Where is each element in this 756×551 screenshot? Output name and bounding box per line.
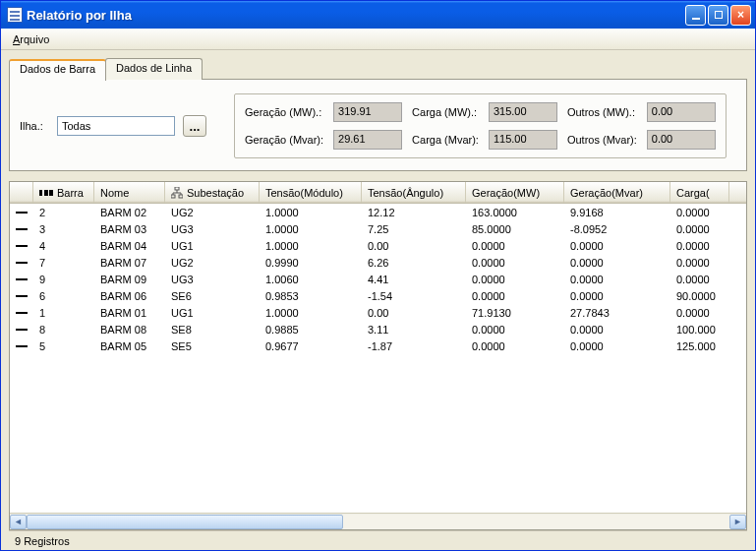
tabstrip: Dados de Barra Dados de Linha bbox=[9, 58, 747, 80]
menu-arquivo[interactable]: Arquivo bbox=[5, 31, 57, 47]
cell-barra: 3 bbox=[33, 222, 94, 236]
cell-nome: BARM 08 bbox=[94, 323, 165, 337]
geracao-mvar-value: 29.61 bbox=[333, 130, 402, 150]
cell-barra: 7 bbox=[33, 256, 94, 270]
cell-geracao-mvar: 0.0000 bbox=[564, 289, 670, 303]
cell-nome: BARM 05 bbox=[94, 339, 165, 353]
app-icon bbox=[7, 7, 23, 23]
cell-nome: BARM 02 bbox=[94, 206, 165, 219]
col-nome[interactable]: Nome bbox=[94, 182, 165, 203]
row-handle[interactable] bbox=[10, 277, 33, 281]
table-row[interactable]: 4BARM 04UG11.00000.000.00000.00000.0000 bbox=[10, 237, 746, 254]
row-handle[interactable] bbox=[10, 227, 33, 231]
cell-subestacao: SE6 bbox=[165, 289, 260, 303]
ilha-label: Ilha.: bbox=[20, 120, 49, 132]
row-handle[interactable] bbox=[10, 344, 33, 348]
minimize-button[interactable] bbox=[685, 5, 706, 26]
cell-tensao-modulo: 1.0000 bbox=[260, 306, 362, 320]
tab-dados-barra[interactable]: Dados de Barra bbox=[9, 59, 106, 81]
carga-mw-value: 315.00 bbox=[489, 102, 557, 122]
col-geracao-mvar[interactable]: Geração(Mvar) bbox=[564, 182, 670, 203]
sort-icon bbox=[39, 190, 53, 196]
row-handle[interactable] bbox=[10, 311, 33, 315]
horizontal-scrollbar[interactable]: ◄ ► bbox=[10, 513, 746, 529]
col-handle[interactable] bbox=[10, 182, 33, 203]
table-row[interactable]: 7BARM 07UG20.99906.260.00000.00000.0000 bbox=[10, 254, 746, 271]
cell-subestacao: SE5 bbox=[165, 339, 260, 353]
col-carga[interactable]: Carga( bbox=[670, 182, 729, 203]
cell-subestacao: SE8 bbox=[165, 323, 260, 337]
cell-geracao-mw: 0.0000 bbox=[466, 323, 564, 337]
table-row[interactable]: 5BARM 05SE50.9677-1.870.00000.0000125.00… bbox=[10, 337, 746, 354]
cell-geracao-mvar: 9.9168 bbox=[564, 206, 670, 219]
table-row[interactable]: 1BARM 01UG11.00000.0071.913027.78430.000… bbox=[10, 304, 746, 321]
cell-tensao-modulo: 0.9990 bbox=[260, 256, 362, 270]
cell-geracao-mvar: 0.0000 bbox=[564, 239, 670, 253]
titlebar: Relatório por Ilha × bbox=[1, 1, 755, 29]
scroll-track[interactable] bbox=[27, 515, 729, 529]
col-barra[interactable]: Barra bbox=[33, 182, 94, 203]
cell-tensao-angulo: 4.41 bbox=[362, 273, 466, 286]
app-window: Relatório por Ilha × Arquivo Dados de Ba… bbox=[0, 0, 756, 551]
cell-tensao-modulo: 0.9677 bbox=[260, 339, 362, 353]
cell-nome: BARM 09 bbox=[94, 273, 165, 286]
row-handle[interactable] bbox=[10, 244, 33, 248]
row-handle[interactable] bbox=[10, 328, 33, 332]
outros-mvar-label: Outros (Mvar): bbox=[567, 134, 637, 146]
cell-tensao-angulo: 7.25 bbox=[362, 222, 466, 236]
cell-tensao-modulo: 1.0060 bbox=[260, 273, 362, 286]
scroll-left-arrow[interactable]: ◄ bbox=[10, 515, 27, 529]
cell-barra: 4 bbox=[33, 239, 94, 253]
cell-geracao-mw: 163.0000 bbox=[466, 206, 564, 219]
table-row[interactable]: 3BARM 03UG31.00007.2585.0000-8.09520.000… bbox=[10, 220, 746, 237]
cell-geracao-mvar: 0.0000 bbox=[564, 256, 670, 270]
cell-nome: BARM 07 bbox=[94, 256, 165, 270]
carga-mw-label: Carga (MW).: bbox=[412, 106, 479, 118]
cell-geracao-mw: 71.9130 bbox=[466, 306, 564, 320]
cell-carga: 125.000 bbox=[670, 339, 729, 353]
tab-dados-linha[interactable]: Dados de Linha bbox=[105, 58, 203, 80]
cell-barra: 1 bbox=[33, 306, 94, 320]
geracao-mw-value: 319.91 bbox=[333, 102, 402, 122]
outros-mw-value: 0.00 bbox=[647, 102, 716, 122]
ilha-browse-button[interactable]: ... bbox=[183, 115, 206, 137]
cell-tensao-modulo: 0.9853 bbox=[260, 289, 362, 303]
cell-geracao-mvar: 27.7843 bbox=[564, 306, 670, 320]
filter-panel: Ilha.: ... Geração (MW).: 319.91 Carga (… bbox=[9, 79, 747, 171]
close-button[interactable]: × bbox=[730, 5, 751, 26]
table-row[interactable]: 9BARM 09UG31.00604.410.00000.00000.0000 bbox=[10, 271, 746, 287]
table-row[interactable]: 2BARM 02UG21.000012.12163.00009.91680.00… bbox=[10, 204, 746, 220]
cell-tensao-modulo: 1.0000 bbox=[260, 222, 362, 236]
cell-geracao-mw: 0.0000 bbox=[466, 273, 564, 286]
col-subestacao[interactable]: Subestação bbox=[165, 182, 260, 203]
cell-geracao-mw: 0.0000 bbox=[466, 289, 564, 303]
row-handle[interactable] bbox=[10, 261, 33, 265]
cell-subestacao: UG1 bbox=[165, 306, 260, 320]
scroll-right-arrow[interactable]: ► bbox=[729, 515, 746, 529]
cell-carga: 0.0000 bbox=[670, 273, 729, 286]
cell-geracao-mw: 85.0000 bbox=[466, 222, 564, 236]
row-handle[interactable] bbox=[10, 211, 33, 214]
cell-tensao-angulo: 0.00 bbox=[362, 306, 466, 320]
content-area: Dados de Barra Dados de Linha Ilha.: ...… bbox=[1, 50, 755, 550]
cell-tensao-angulo: 12.12 bbox=[362, 206, 466, 219]
cell-tensao-angulo: 3.11 bbox=[362, 323, 466, 337]
table-row[interactable]: 6BARM 06SE60.9853-1.540.00000.000090.000… bbox=[10, 287, 746, 304]
carga-mvar-value: 115.00 bbox=[489, 130, 557, 150]
maximize-button[interactable] bbox=[708, 5, 728, 26]
cell-nome: BARM 04 bbox=[94, 239, 165, 253]
col-tensao-angulo[interactable]: Tensão(Ângulo) bbox=[362, 182, 466, 203]
svg-rect-0 bbox=[175, 187, 179, 190]
window-title: Relatório por Ilha bbox=[27, 8, 683, 23]
row-handle[interactable] bbox=[10, 294, 33, 298]
col-tensao-modulo[interactable]: Tensão(Módulo) bbox=[260, 182, 362, 203]
col-geracao-mw[interactable]: Geração(MW) bbox=[466, 182, 564, 203]
cell-geracao-mw: 0.0000 bbox=[466, 256, 564, 270]
geracao-mw-label: Geração (MW).: bbox=[245, 106, 323, 118]
cell-tensao-modulo: 1.0000 bbox=[260, 239, 362, 253]
ilha-input[interactable] bbox=[57, 116, 175, 136]
table-row[interactable]: 8BARM 08SE80.98853.110.00000.0000100.000 bbox=[10, 321, 746, 337]
outros-mw-label: Outros (MW).: bbox=[567, 106, 637, 118]
cell-tensao-modulo: 0.9885 bbox=[260, 323, 362, 337]
scroll-thumb[interactable] bbox=[27, 515, 343, 529]
